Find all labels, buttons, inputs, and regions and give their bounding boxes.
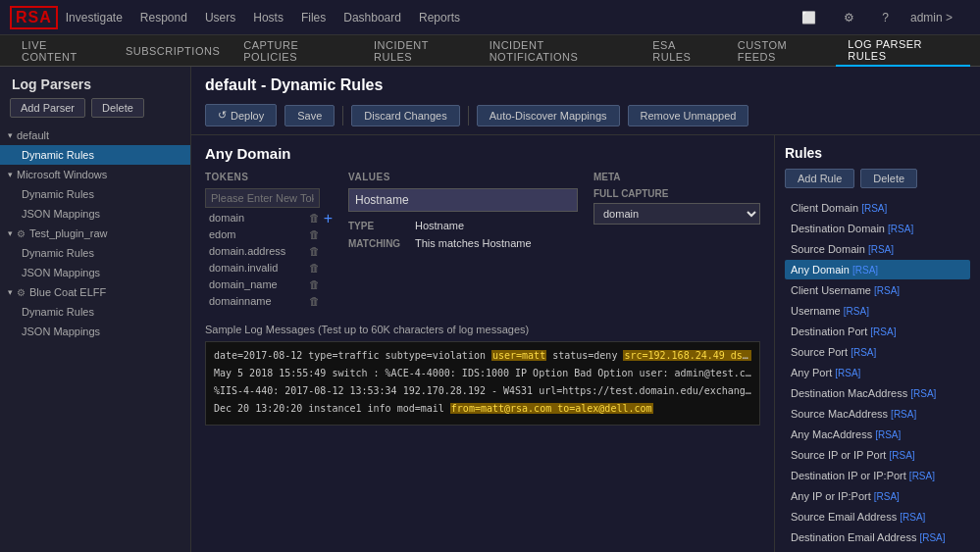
rsa-badge: [RSA] [874, 491, 900, 502]
nav-esa-rules[interactable]: ESA RULES [641, 35, 725, 67]
mid-content: Any Domain TOKENS domain 🗑 [191, 135, 980, 552]
rule-item-destination-domain[interactable]: Destination Domain [RSA] [785, 219, 970, 238]
sidebar-item-bluecoat-json-mappings[interactable]: JSON Mappings [0, 322, 190, 341]
sidebar-item-bluecoat-dynamic-rules[interactable]: Dynamic Rules [0, 302, 190, 322]
token-label: domain.invalid [205, 260, 307, 276]
nav-subscriptions[interactable]: SUBSCRIPTIONS [114, 35, 232, 67]
rsa-badge: [RSA] [852, 265, 878, 276]
settings-icon[interactable]: ⚙ [838, 9, 860, 26]
token-label: edom [205, 226, 307, 242]
rule-item-destination-port[interactable]: Destination Port [RSA] [785, 322, 970, 341]
sidebar-item-mswin-json-mappings[interactable]: JSON Mappings [0, 204, 190, 224]
nav-incident-rules[interactable]: INCIDENT RULES [362, 35, 478, 67]
token-row: domain_name 🗑 [205, 276, 320, 292]
token-delete-icon[interactable]: 🗑 [309, 262, 320, 274]
log-line-1: date=2017-08-12 type=traffic subtype=vio… [214, 348, 751, 364]
nav-incident-notifications[interactable]: INCIDENT NOTIFICATIONS [478, 35, 642, 67]
rsa-badge: [RSA] [861, 203, 887, 214]
deploy-button[interactable]: ↺ Deploy [205, 104, 277, 126]
delete-rule-button[interactable]: Delete [860, 169, 917, 188]
token-row: domain.invalid 🗑 [205, 260, 320, 276]
meta-column: META FULL CAPTURE domain [593, 172, 760, 310]
rsa-badge: [RSA] [868, 244, 894, 255]
nav-respond[interactable]: Respond [140, 7, 187, 28]
token-delete-icon[interactable]: 🗑 [309, 278, 320, 290]
rule-item-client-username[interactable]: Client Username [RSA] [785, 280, 970, 300]
log-line-2: May 5 2018 15:55:49 switch : %ACE-4-4000… [214, 366, 751, 381]
token-row: domainname 🗑 [205, 293, 320, 309]
meta-select[interactable]: domain [593, 203, 760, 225]
token-delete-icon[interactable]: 🗑 [309, 245, 320, 257]
rsa-badge: [RSA] [870, 326, 896, 337]
new-token-input[interactable] [205, 188, 320, 208]
content-area: default - Dynamic Rules ↺ Deploy Save Di… [191, 67, 980, 552]
rule-item-destination-email[interactable]: Destination Email Address [RSA] [785, 527, 970, 547]
token-delete-icon[interactable]: 🗑 [309, 295, 320, 307]
token-label: domain.address [205, 243, 307, 259]
matching-row: MATCHING This matches Hostname [348, 237, 578, 249]
app-logo: RSA [10, 6, 66, 29]
gear-icon: ⚙ [17, 287, 26, 298]
tokens-values-meta: TOKENS domain 🗑 edom 🗑 [205, 172, 760, 310]
nav-hosts[interactable]: Hosts [253, 7, 284, 28]
sidebar-title: Log Parsers [0, 67, 190, 98]
gear-icon: ⚙ [17, 228, 26, 239]
rule-item-any-domain[interactable]: Any Domain [RSA] [785, 260, 970, 279]
rsa-badge: [RSA] [875, 429, 901, 440]
sidebar-group-default[interactable]: ▾ default [0, 125, 190, 145]
help-icon[interactable]: ? [876, 9, 895, 26]
rule-item-source-domain[interactable]: Source Domain [RSA] [785, 239, 970, 259]
rule-item-destination-ip-port[interactable]: Destination IP or IP:Port [RSA] [785, 466, 970, 485]
monitor-icon[interactable]: ⬜ [796, 9, 822, 26]
nav-live-content[interactable]: LIVE CONTENT [10, 35, 114, 67]
nav-investigate[interactable]: Investigate [66, 7, 123, 28]
rule-item-destination-mac[interactable]: Destination MacAddress [RSA] [785, 383, 970, 403]
rules-list: Client Domain [RSA] Destination Domain [… [785, 198, 970, 547]
nav-capture-policies[interactable]: CAPTURE POLICIES [232, 35, 362, 67]
rule-item-any-port[interactable]: Any Port [RSA] [785, 363, 970, 382]
nav-dashboard[interactable]: Dashboard [343, 7, 401, 28]
admin-menu[interactable]: admin > [910, 7, 953, 28]
discard-changes-button[interactable]: Discard Changes [351, 105, 459, 126]
sidebar-item-default-dynamic-rules[interactable]: Dynamic Rules [0, 145, 190, 165]
sidebar-item-mswin-dynamic-rules[interactable]: Dynamic Rules [0, 184, 190, 204]
rule-item-username[interactable]: Username [RSA] [785, 301, 970, 321]
rule-item-source-port[interactable]: Source Port [RSA] [785, 342, 970, 362]
add-token-button[interactable]: + [324, 210, 333, 227]
token-delete-icon[interactable]: 🗑 [309, 228, 320, 240]
chevron-down-icon: ▾ [8, 130, 13, 140]
token-label: domain [205, 210, 307, 226]
matching-value: This matches Hostname [415, 237, 532, 249]
auto-discover-button[interactable]: Auto-Discover Mappings [477, 105, 620, 126]
add-rule-button[interactable]: Add Rule [785, 169, 854, 188]
sidebar-group-microsoft-windows[interactable]: ▾ Microsoft Windows [0, 165, 190, 184]
rule-item-source-ip-port[interactable]: Source IP or IP Port [RSA] [785, 445, 970, 465]
rule-item-source-email[interactable]: Source Email Address [RSA] [785, 507, 970, 527]
nav-log-parser-rules[interactable]: LOG PARSER RULES [836, 35, 970, 67]
remove-unmapped-button[interactable]: Remove Unmapped [628, 105, 749, 126]
sidebar-item-testplugin-dynamic-rules[interactable]: Dynamic Rules [0, 243, 190, 263]
top-navigation: RSA Investigate Respond Users Hosts File… [0, 0, 980, 35]
token-delete-icon[interactable]: 🗑 [309, 212, 320, 224]
nav-users[interactable]: Users [205, 7, 235, 28]
add-parser-button[interactable]: Add Parser [10, 98, 85, 118]
nav-files[interactable]: Files [301, 7, 326, 28]
value-input[interactable] [348, 188, 578, 212]
sidebar-item-testplugin-json-mappings[interactable]: JSON Mappings [0, 263, 190, 282]
rule-item-source-mac[interactable]: Source MacAddress [RSA] [785, 404, 970, 424]
toolbar-separator [342, 106, 343, 125]
log-display[interactable]: date=2017-08-12 type=traffic subtype=vio… [205, 341, 760, 426]
refresh-icon: ↺ [218, 109, 227, 122]
save-button[interactable]: Save [284, 105, 335, 126]
log-line-4: Dec 20 13:20:20 instance1 info mod=mail … [214, 401, 751, 417]
sidebar-group-test-plugin[interactable]: ▾ ⚙ Test_plugin_raw [0, 224, 190, 243]
nav-reports[interactable]: Reports [419, 7, 460, 28]
nav-custom-feeds[interactable]: CUSTOM FEEDS [726, 35, 837, 67]
rule-item-any-mac[interactable]: Any MacAddress [RSA] [785, 425, 970, 444]
rule-item-any-ip-port[interactable]: Any IP or IP:Port [RSA] [785, 486, 970, 506]
rule-item-client-domain[interactable]: Client Domain [RSA] [785, 198, 970, 218]
sidebar-group-label: Blue Coat ELFF [29, 286, 106, 298]
token-row: edom 🗑 [205, 226, 320, 242]
delete-parser-button[interactable]: Delete [91, 98, 144, 118]
sidebar-group-bluecoat[interactable]: ▾ ⚙ Blue Coat ELFF [0, 282, 190, 302]
